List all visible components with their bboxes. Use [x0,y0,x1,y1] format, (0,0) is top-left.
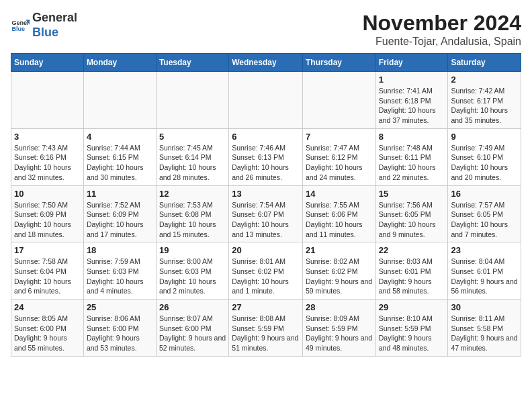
calendar-cell: 4Sunrise: 7:44 AM Sunset: 6:15 PM Daylig… [83,128,156,185]
day-number: 22 [379,245,445,255]
day-detail: Sunrise: 8:08 AM Sunset: 5:59 PM Dayligh… [232,314,300,353]
day-detail: Sunrise: 7:48 AM Sunset: 6:11 PM Dayligh… [379,143,445,183]
day-detail: Sunrise: 7:44 AM Sunset: 6:15 PM Dayligh… [87,143,153,183]
day-number: 21 [306,245,373,255]
weekday-header-thursday: Thursday [302,54,375,72]
day-number: 7 [306,132,373,142]
calendar-week-2: 3Sunrise: 7:43 AM Sunset: 6:16 PM Daylig… [11,128,521,185]
day-number: 15 [379,189,445,199]
day-detail: Sunrise: 8:09 AM Sunset: 5:59 PM Dayligh… [306,314,373,353]
weekday-header-row: SundayMondayTuesdayWednesdayThursdayFrid… [11,54,521,72]
day-detail: Sunrise: 8:02 AM Sunset: 6:02 PM Dayligh… [306,257,373,296]
day-number: 17 [14,245,81,255]
day-number: 26 [159,302,226,312]
day-number: 9 [451,132,518,142]
calendar-week-3: 10Sunrise: 7:50 AM Sunset: 6:09 PM Dayli… [11,185,521,242]
calendar-cell: 27Sunrise: 8:08 AM Sunset: 5:59 PM Dayli… [229,300,303,357]
calendar-week-4: 17Sunrise: 7:58 AM Sunset: 6:04 PM Dayli… [11,242,521,300]
day-detail: Sunrise: 7:58 AM Sunset: 6:04 PM Dayligh… [14,257,81,296]
calendar-cell: 18Sunrise: 7:59 AM Sunset: 6:03 PM Dayli… [83,242,156,300]
page-subtitle: Fuente-Tojar, Andalusia, Spain [362,36,521,48]
calendar-cell: 28Sunrise: 8:09 AM Sunset: 5:59 PM Dayli… [302,300,375,357]
logo-icon: General Blue [11,16,30,35]
day-detail: Sunrise: 7:41 AM Sunset: 6:18 PM Dayligh… [379,86,445,126]
weekday-header-sunday: Sunday [11,54,84,72]
day-number: 4 [87,132,153,142]
weekday-header-monday: Monday [83,54,156,72]
day-number: 29 [379,302,445,312]
calendar-cell: 1Sunrise: 7:41 AM Sunset: 6:18 PM Daylig… [375,72,448,129]
svg-text:Blue: Blue [11,26,25,32]
day-detail: Sunrise: 8:04 AM Sunset: 6:01 PM Dayligh… [451,257,518,296]
day-detail: Sunrise: 8:01 AM Sunset: 6:02 PM Dayligh… [232,257,300,296]
day-number: 10 [14,189,81,199]
calendar-cell: 14Sunrise: 7:55 AM Sunset: 6:06 PM Dayli… [302,185,375,242]
page-header: General Blue General Blue November 2024 … [11,11,521,48]
day-number: 16 [451,189,518,199]
day-detail: Sunrise: 7:47 AM Sunset: 6:12 PM Dayligh… [306,143,373,183]
day-detail: Sunrise: 7:42 AM Sunset: 6:17 PM Dayligh… [451,86,518,126]
day-detail: Sunrise: 8:03 AM Sunset: 6:01 PM Dayligh… [379,257,445,296]
weekday-header-tuesday: Tuesday [156,54,228,72]
calendar-cell: 30Sunrise: 8:11 AM Sunset: 5:58 PM Dayli… [448,300,521,357]
day-number: 24 [14,302,81,312]
calendar-cell: 29Sunrise: 8:10 AM Sunset: 5:59 PM Dayli… [375,300,448,357]
day-number: 19 [159,245,226,255]
calendar-cell: 22Sunrise: 8:03 AM Sunset: 6:01 PM Dayli… [375,242,448,300]
title-block: November 2024 Fuente-Tojar, Andalusia, S… [362,11,521,48]
calendar-cell: 25Sunrise: 8:06 AM Sunset: 6:00 PM Dayli… [83,300,156,357]
calendar-cell: 2Sunrise: 7:42 AM Sunset: 6:17 PM Daylig… [448,72,521,129]
day-number: 20 [232,245,300,255]
weekday-header-saturday: Saturday [448,54,521,72]
day-detail: Sunrise: 8:05 AM Sunset: 6:00 PM Dayligh… [14,314,81,353]
day-number: 27 [232,302,300,312]
day-detail: Sunrise: 7:56 AM Sunset: 6:05 PM Dayligh… [379,200,445,240]
day-detail: Sunrise: 7:55 AM Sunset: 6:06 PM Dayligh… [306,200,373,240]
day-detail: Sunrise: 7:54 AM Sunset: 6:07 PM Dayligh… [232,200,300,240]
day-number: 1 [379,75,445,85]
day-number: 28 [306,302,373,312]
calendar-cell: 10Sunrise: 7:50 AM Sunset: 6:09 PM Dayli… [11,185,84,242]
calendar-week-5: 24Sunrise: 8:05 AM Sunset: 6:00 PM Dayli… [11,300,521,357]
day-detail: Sunrise: 7:53 AM Sunset: 6:08 PM Dayligh… [159,200,226,240]
day-detail: Sunrise: 8:06 AM Sunset: 6:00 PM Dayligh… [87,314,153,353]
calendar-cell: 16Sunrise: 7:57 AM Sunset: 6:05 PM Dayli… [448,185,521,242]
calendar-cell: 11Sunrise: 7:52 AM Sunset: 6:09 PM Dayli… [83,185,156,242]
calendar-cell [11,72,84,129]
day-detail: Sunrise: 8:00 AM Sunset: 6:03 PM Dayligh… [159,257,226,296]
calendar-cell [83,72,156,129]
logo-general-text: General [32,11,77,24]
day-number: 12 [159,189,226,199]
calendar-cell: 21Sunrise: 8:02 AM Sunset: 6:02 PM Dayli… [302,242,375,300]
day-detail: Sunrise: 7:45 AM Sunset: 6:14 PM Dayligh… [159,143,226,183]
day-detail: Sunrise: 8:11 AM Sunset: 5:58 PM Dayligh… [451,314,518,353]
calendar-cell: 17Sunrise: 7:58 AM Sunset: 6:04 PM Dayli… [11,242,84,300]
day-detail: Sunrise: 8:07 AM Sunset: 6:00 PM Dayligh… [159,314,226,353]
calendar-cell: 9Sunrise: 7:49 AM Sunset: 6:10 PM Daylig… [448,128,521,185]
day-detail: Sunrise: 7:43 AM Sunset: 6:16 PM Dayligh… [14,143,81,183]
day-number: 18 [87,245,153,255]
day-number: 25 [87,302,153,312]
day-number: 3 [14,132,81,142]
calendar-cell: 19Sunrise: 8:00 AM Sunset: 6:03 PM Dayli… [156,242,228,300]
day-detail: Sunrise: 7:49 AM Sunset: 6:10 PM Dayligh… [451,143,518,183]
day-detail: Sunrise: 7:52 AM Sunset: 6:09 PM Dayligh… [87,200,153,240]
calendar-cell: 7Sunrise: 7:47 AM Sunset: 6:12 PM Daylig… [302,128,375,185]
logo-blue-text: Blue [32,26,58,39]
calendar-cell: 20Sunrise: 8:01 AM Sunset: 6:02 PM Dayli… [229,242,303,300]
calendar-cell: 24Sunrise: 8:05 AM Sunset: 6:00 PM Dayli… [11,300,84,357]
calendar-cell [156,72,228,129]
weekday-header-wednesday: Wednesday [229,54,303,72]
calendar-table: SundayMondayTuesdayWednesdayThursdayFrid… [11,53,521,357]
day-detail: Sunrise: 7:59 AM Sunset: 6:03 PM Dayligh… [87,257,153,296]
logo: General Blue General Blue [11,11,77,40]
calendar-cell: 15Sunrise: 7:56 AM Sunset: 6:05 PM Dayli… [375,185,448,242]
day-number: 13 [232,189,300,199]
calendar-week-1: 1Sunrise: 7:41 AM Sunset: 6:18 PM Daylig… [11,72,521,129]
day-number: 14 [306,189,373,199]
calendar-cell: 23Sunrise: 8:04 AM Sunset: 6:01 PM Dayli… [448,242,521,300]
calendar-cell [302,72,375,129]
day-number: 23 [451,245,518,255]
weekday-header-friday: Friday [375,54,448,72]
calendar-cell: 8Sunrise: 7:48 AM Sunset: 6:11 PM Daylig… [375,128,448,185]
